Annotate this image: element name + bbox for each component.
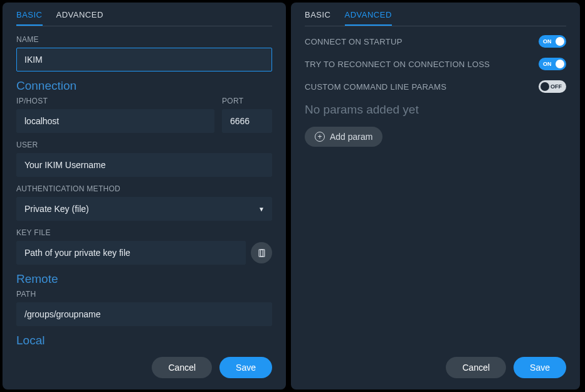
tab-advanced[interactable]: ADVANCED [56,10,103,26]
cancel-button-right[interactable]: Cancel [446,357,506,378]
auth-label: AUTHENTICATION METHOD [16,184,272,193]
toggle-state-text: ON [539,38,556,45]
toggle-knob [556,37,564,46]
right-content: CONNECT ON STARTUP ON TRY TO RECONNECT O… [291,26,580,349]
cancel-button[interactable]: Cancel [152,357,212,378]
tab-advanced-right[interactable]: ADVANCED [345,10,392,26]
remote-path-input[interactable] [16,302,272,326]
name-input[interactable] [16,48,272,72]
user-label: USER [16,140,272,149]
tab-basic-right[interactable]: BASIC [305,10,331,26]
browse-keyfile-button[interactable] [251,242,272,263]
custom-params-toggle[interactable]: OFF [539,80,566,93]
port-input[interactable] [222,109,272,133]
add-param-label: Add param [330,132,372,142]
remote-section-title: Remote [16,272,272,286]
tabs-left: BASIC ADVANCED [3,3,286,26]
toggle-state-text: ON [539,61,556,67]
host-input[interactable] [16,109,214,133]
name-label: NAME [16,35,272,44]
add-param-button[interactable]: + Add param [305,127,382,147]
plus-circle-icon: + [315,132,325,142]
tabs-right: BASIC ADVANCED [291,3,580,26]
connection-section-title: Connection [16,79,272,93]
advanced-config-panel: BASIC ADVANCED CONNECT ON STARTUP ON TRY… [291,3,580,389]
toggle-knob [556,60,564,68]
path-label: PATH [16,290,272,299]
user-input[interactable] [16,153,272,177]
connect-startup-label: CONNECT ON STARTUP [305,37,403,46]
host-label: IP/HOST [16,97,214,105]
left-content: NAME Connection IP/HOST PORT USER AUTHEN… [3,26,286,349]
auth-method-select[interactable]: Private Key (file) [16,197,272,221]
save-button[interactable]: Save [219,357,272,378]
keyfile-input[interactable] [16,241,246,265]
tab-basic[interactable]: BASIC [16,10,43,26]
no-params-message: No params added yet [305,103,566,117]
left-footer: Cancel Save [3,349,286,389]
custom-params-label: CUSTOM COMMAND LINE PARAMS [305,82,446,92]
file-browse-icon [257,248,266,258]
toggle-knob [540,82,549,91]
port-label: PORT [222,97,272,105]
keyfile-label: KEY FILE [16,228,272,237]
right-footer: Cancel Save [291,349,580,389]
local-section-title: Local [16,334,272,347]
basic-config-panel: BASIC ADVANCED NAME Connection IP/HOST P… [3,3,286,389]
save-button-right[interactable]: Save [514,357,566,378]
reconnect-toggle[interactable]: ON [539,58,566,70]
connect-startup-toggle[interactable]: ON [539,35,566,48]
reconnect-label: TRY TO RECONNECT ON CONNECTION LOSS [305,60,490,69]
